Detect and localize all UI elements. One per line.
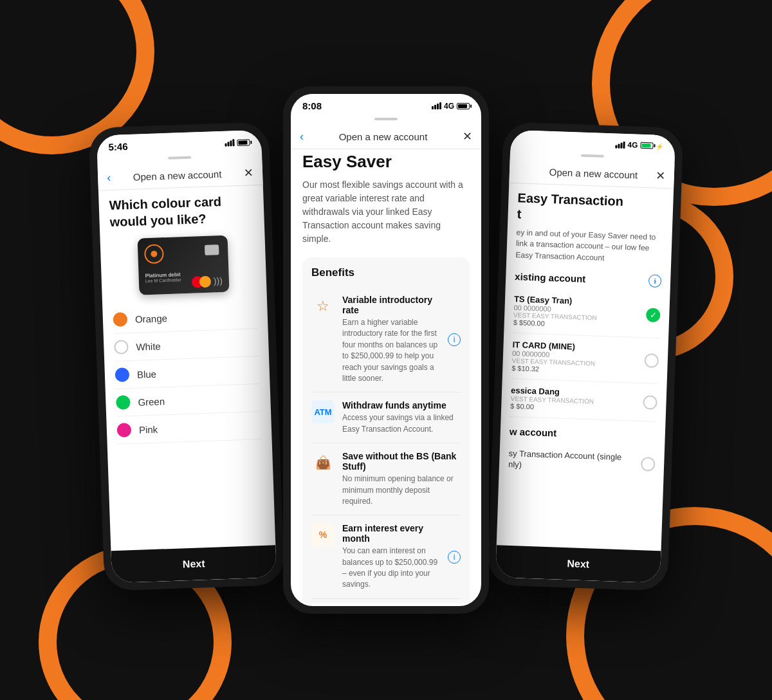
phone-center-inner: 8:08 4G ‹ Open a new account ✕	[291, 94, 481, 606]
new-account-option-text: sy Transaction Account (single nly)	[508, 448, 635, 475]
nav-title-right: Open a new account	[549, 166, 638, 180]
battery-icon-right	[640, 142, 653, 149]
right-account-desc: ey in and out of your Easy Saver need to…	[515, 227, 663, 266]
close-button-center[interactable]: ✕	[463, 129, 472, 143]
status-icons-left	[225, 138, 250, 146]
benefit-item-2: ATM Withdraw funds anytime Access your s…	[311, 392, 461, 443]
charging-icon-right: ⚡	[656, 142, 663, 149]
signal-icon-right	[615, 141, 625, 149]
info-icon-4[interactable]: i	[448, 551, 461, 564]
color-label-blue: Blue	[137, 368, 157, 380]
status-bar-right: 4G ⚡	[510, 130, 676, 154]
status-bar-left: 5:46	[96, 130, 262, 156]
color-option-pink[interactable]: Pink	[116, 412, 261, 445]
benefit-desc-3: No minimum opening balance or minimum mo…	[342, 474, 461, 507]
color-label-green: Green	[138, 396, 165, 407]
time-center: 8:08	[302, 100, 322, 111]
status-bar-center: 8:08 4G	[291, 94, 481, 114]
benefit-text-1: Variable introductory rate Earn a higher…	[342, 295, 440, 384]
benefit-item-4: % Earn interest every month You can earn…	[311, 515, 461, 599]
drag-indicator-center	[374, 118, 398, 120]
new-account-option[interactable]: sy Transaction Account (single nly)	[508, 442, 656, 482]
benefit-name-1: Variable introductory rate	[342, 295, 440, 315]
benefit-item-5: 🎯 Hit your savings goals sooner Create a…	[311, 599, 461, 603]
back-button-left[interactable]: ‹	[107, 170, 111, 184]
wallet-icon: 👜	[311, 451, 335, 474]
color-label-white: White	[136, 340, 161, 352]
benefits-heading: Benefits	[311, 266, 461, 279]
card-chip	[205, 244, 219, 255]
color-options: Orange White Blue Green	[113, 301, 261, 445]
radio-2[interactable]	[644, 353, 659, 368]
color-dot-white	[114, 340, 129, 355]
next-button-right[interactable]: Next	[495, 545, 661, 583]
benefit-text-2: Withdraw funds anytime Access your savin…	[342, 400, 461, 435]
color-label-orange: Orange	[135, 313, 168, 325]
nav-title-center: Open a new account	[339, 131, 428, 142]
phone-left: 5:46 ‹ Open a new account ✕ Whi	[89, 122, 285, 591]
account-item-2[interactable]: IT CARD (MINE) 00 0000000 VEST EASY TRAN…	[511, 333, 659, 384]
star-icon: ☆	[311, 295, 335, 318]
new-account-heading: w account	[510, 426, 656, 442]
phone-center: 8:08 4G ‹ Open a new account ✕	[283, 86, 489, 614]
benefit-desc-4: You can earn interest on balances up to …	[342, 546, 440, 591]
color-dot-pink	[117, 423, 132, 438]
right-content: Easy Transaction t ey in and out of your…	[495, 183, 674, 579]
battery-icon-center	[457, 103, 470, 109]
card-image: Platinum debit Lee M Cardholder )))	[138, 235, 230, 295]
info-icon-existing[interactable]: i	[648, 275, 662, 288]
phone-right: 4G ⚡ Open a new account ✕ Easy Transacti…	[488, 122, 684, 591]
phone-right-inner: 4G ⚡ Open a new account ✕ Easy Transacti…	[495, 130, 676, 584]
atm-icon: ATM	[311, 400, 335, 423]
benefit-text-4: Earn interest every month You can earn i…	[342, 523, 440, 591]
close-button-right[interactable]: ✕	[656, 169, 666, 183]
benefit-name-4: Earn interest every month	[342, 523, 440, 544]
card-holder: Lee M Cardholder	[145, 277, 181, 283]
benefit-desc-1: Earn a higher variable introductory rate…	[342, 317, 440, 384]
benefit-item-1: ☆ Variable introductory rate Earn a high…	[311, 287, 461, 392]
account-item-1[interactable]: TS (Easy Tran) 00 0000000 VEST EASY TRAN…	[513, 288, 661, 338]
battery-icon-left	[237, 139, 250, 146]
nav-header-center: ‹ Open a new account ✕	[291, 124, 481, 149]
benefit-name-3: Save without the BS (Bank Stuff)	[342, 451, 461, 472]
check-icon-1: ✓	[650, 310, 657, 320]
signal-icon-left	[225, 139, 234, 147]
account-desc-center: Our most flexible savings account with a…	[302, 178, 470, 246]
info-icon-1[interactable]: i	[448, 333, 461, 346]
nfc-icon: )))	[214, 275, 223, 286]
network-label-right: 4G	[627, 140, 638, 150]
existing-account-heading: xisting account i	[515, 270, 662, 288]
back-button-center[interactable]: ‹	[300, 130, 304, 143]
benefit-desc-2: Access your savings via a linked Easy Tr…	[342, 412, 461, 435]
color-dot-green	[116, 395, 131, 410]
status-icons-center: 4G	[432, 102, 470, 111]
drag-indicator-right	[581, 154, 604, 158]
radio-new[interactable]	[641, 457, 656, 472]
account-info-3: essica Dang VEST EASY TRANSACTION $ $0.0…	[510, 385, 637, 414]
left-content: Which colour card would you like? Platin…	[98, 185, 272, 452]
status-icons-right: 4G ⚡	[615, 140, 663, 151]
account-item-3[interactable]: essica Dang VEST EASY TRANSACTION $ $0.0…	[510, 379, 658, 422]
radio-3[interactable]	[643, 395, 657, 410]
color-dot-blue	[115, 367, 130, 382]
benefit-name-2: Withdraw funds anytime	[342, 400, 461, 410]
close-button-left[interactable]: ✕	[244, 165, 254, 180]
new-account-section: w account sy Transaction Account (single…	[508, 426, 656, 482]
drag-indicator-left	[168, 156, 191, 160]
account-title-center: Easy Saver	[302, 152, 470, 172]
percent-icon: %	[311, 523, 335, 546]
signal-icon-center	[432, 102, 441, 109]
radio-1[interactable]: ✓	[646, 308, 661, 322]
phone-left-inner: 5:46 ‹ Open a new account ✕ Whi	[96, 130, 277, 584]
color-label-pink: Pink	[139, 423, 158, 435]
mastercard-logo	[192, 276, 212, 288]
color-question: Which colour card would you like?	[109, 192, 254, 230]
card-logo	[144, 244, 164, 264]
time-left: 5:46	[108, 141, 128, 152]
phones-wrapper: 5:46 ‹ Open a new account ✕ Whi	[96, 73, 676, 627]
next-button-left[interactable]: Next	[111, 545, 277, 583]
right-account-title: Easy Transaction t	[517, 190, 665, 227]
account-info-1: TS (Easy Tran) 00 0000000 VEST EASY TRAN…	[513, 294, 641, 331]
benefit-item-3: 👜 Save without the BS (Bank Stuff) No mi…	[311, 443, 461, 515]
benefits-section: Benefits ☆ Variable introductory rate Ea…	[302, 257, 470, 603]
